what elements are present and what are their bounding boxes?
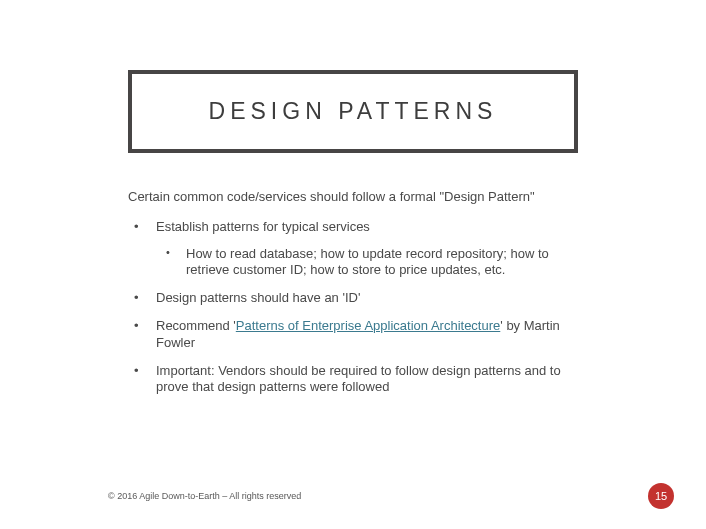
bullet-text: Important: Vendors should be required to… — [156, 363, 561, 394]
bullet-text: How to read database; how to update reco… — [186, 246, 549, 277]
bullet-list: Establish patterns for typical services … — [128, 219, 578, 395]
copyright-footer: © 2016 Agile Down-to-Earth – All rights … — [108, 491, 301, 501]
book-link[interactable]: Patterns of Enterprise Application Archi… — [236, 318, 500, 333]
page-number: 15 — [655, 490, 667, 502]
list-item: Recommend 'Patterns of Enterprise Applic… — [128, 318, 578, 351]
bullet-text: Establish patterns for typical services — [156, 219, 370, 234]
content-body: Certain common code/services should foll… — [128, 189, 578, 395]
list-item: How to read database; how to update reco… — [156, 246, 578, 279]
list-item: Establish patterns for typical services … — [128, 219, 578, 278]
list-item: Design patterns should have an 'ID' — [128, 290, 578, 306]
title-box: DESIGN PATTERNS — [128, 70, 578, 153]
bullet-text-pre: Recommend ' — [156, 318, 236, 333]
intro-text: Certain common code/services should foll… — [128, 189, 578, 205]
page-number-badge: 15 — [648, 483, 674, 509]
sub-bullet-list: How to read database; how to update reco… — [156, 246, 578, 279]
list-item: Important: Vendors should be required to… — [128, 363, 578, 396]
bullet-text: Design patterns should have an 'ID' — [156, 290, 360, 305]
slide-title: DESIGN PATTERNS — [142, 98, 564, 125]
